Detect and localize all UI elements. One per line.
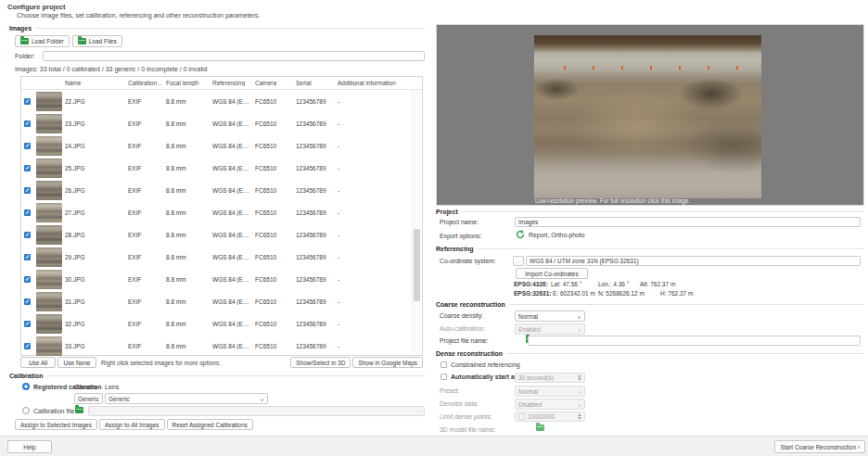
help-button[interactable]: Help (7, 440, 52, 453)
constrained-referencing-checkbox[interactable] (440, 361, 447, 368)
col-name[interactable]: Name (65, 80, 128, 86)
lens-select[interactable]: Generic∨ (105, 393, 268, 404)
stepper-arrows-icon[interactable] (578, 374, 581, 381)
col-calibration-type[interactable]: Calibration type (128, 80, 166, 86)
image-thumbnail[interactable] (36, 136, 62, 156)
row-checkbox[interactable]: ✓ (24, 298, 31, 305)
image-table-row[interactable]: ✓ 33.JPG EXIF 8.8 mm WGS 84 (EPSG... FC6… (21, 335, 422, 357)
footer-bar (0, 436, 868, 456)
browse-model-file-icon[interactable] (536, 424, 544, 431)
cell-calibration-type: EXIF (128, 187, 166, 194)
assign-all-button[interactable]: Assign to All Images (99, 419, 165, 430)
row-checkbox[interactable]: ✓ (24, 209, 31, 216)
image-thumbnail[interactable] (36, 314, 62, 334)
row-checkbox[interactable]: ✓ (24, 165, 31, 171)
col-additional-info[interactable]: Additional information (338, 80, 422, 86)
image-table-row[interactable]: ✓ 28.JPG EXIF 8.8 mm WGS 84 (EPSG... FC6… (21, 223, 422, 246)
image-table-row[interactable]: ✓ 23.JPG EXIF 8.8 mm WGS 84 (EPSG... FC6… (21, 112, 422, 134)
image-thumbnail[interactable] (36, 247, 62, 267)
image-table-row[interactable]: ✓ 26.JPG EXIF 8.8 mm WGS 84 (EPSG... FC6… (21, 179, 422, 201)
folder-path-input[interactable] (43, 51, 425, 61)
image-table-row[interactable]: ✓ 31.JPG EXIF 8.8 mm WGS 84 (EPSG... FC6… (21, 290, 422, 312)
folder-open-icon (78, 38, 86, 44)
cell-serial: 123456789 (296, 254, 338, 260)
autostart-checkbox[interactable] (440, 374, 447, 380)
preview-photo[interactable] (534, 35, 761, 198)
stepper-arrows-icon[interactable] (578, 413, 581, 420)
image-table-row[interactable]: ✓ 30.JPG EXIF 8.8 mm WGS 84 (EPSG... FC6… (21, 268, 422, 290)
calibration-file-radio[interactable] (22, 407, 30, 414)
cell-camera: FC6510 (255, 98, 296, 105)
coarse-density-select[interactable]: Normal∨ (515, 310, 585, 322)
image-thumbnail[interactable] (36, 158, 62, 178)
show-select-3d-button[interactable]: Show/Select in 3D (290, 357, 351, 368)
cell-name: 31.JPG (65, 298, 128, 305)
cell-name: 28.JPG (65, 232, 128, 238)
row-checkbox[interactable]: ✓ (24, 254, 31, 260)
cell-additional-info: - (338, 143, 422, 149)
image-table-row[interactable]: ✓ 29.JPG EXIF 8.8 mm WGS 84 (EPSG... FC6… (21, 246, 422, 268)
use-none-button[interactable]: Use None (57, 357, 96, 368)
export-options-value: Report, Ortho-photo (529, 232, 584, 238)
project-file-name-input[interactable] (528, 336, 861, 346)
coordinate-system-input[interactable]: WGS 84 / UTM zone 31N (EPSG:32631) (526, 256, 861, 266)
row-checkbox[interactable]: ✓ (24, 343, 31, 349)
load-folder-button[interactable]: Load Folder (15, 35, 70, 47)
image-thumbnail[interactable] (36, 203, 62, 222)
load-files-button[interactable]: Load Files (72, 35, 122, 47)
reset-calibrations-button[interactable]: Reset Assigned Calibrations (167, 419, 253, 430)
autostart-delay-stepper: 30 second(s) (515, 373, 585, 383)
image-thumbnail[interactable] (36, 181, 62, 200)
import-coordinates-button[interactable]: Import Co-ordinates (516, 268, 588, 279)
row-checkbox[interactable]: ✓ (24, 232, 31, 238)
image-thumbnail[interactable] (36, 225, 62, 245)
table-scrollbar[interactable] (412, 90, 421, 354)
cell-camera: FC6510 (255, 321, 296, 327)
row-checkbox[interactable]: ✓ (24, 276, 31, 283)
limit-dense-points-label: Limit dense points: (440, 413, 492, 420)
row-checkbox[interactable]: ✓ (24, 321, 31, 327)
cell-camera: FC6510 (255, 298, 296, 305)
row-checkbox[interactable]: ✓ (24, 143, 31, 149)
image-table-row[interactable]: ✓ 22.JPG EXIF 8.8 mm WGS 84 (EPSG... FC6… (21, 90, 422, 112)
coordinate-system-picker-button[interactable]: … (513, 256, 524, 266)
calibration-file-input[interactable] (88, 406, 425, 416)
registered-calibration-radio[interactable] (22, 383, 30, 390)
show-google-maps-button[interactable]: Show in Google Maps (352, 357, 423, 368)
referencing-section-title: Referencing (436, 246, 473, 252)
start-coarse-reconstruction-button[interactable]: Start Coarse Reconstruction › (774, 440, 865, 453)
page-subtitle: Choose image files, set calibration, ref… (17, 12, 260, 19)
project-name-input[interactable]: Images (515, 217, 861, 227)
cell-referencing: WGS 84 (EPSG... (212, 343, 255, 349)
browse-calibration-file-icon[interactable] (75, 407, 83, 413)
image-table-row[interactable]: ✓ 25.JPG EXIF 8.8 mm WGS 84 (EPSG... FC6… (21, 157, 422, 179)
project-section-header: Project (436, 209, 864, 215)
chevron-down-icon: ∨ (578, 388, 581, 394)
assign-selected-button[interactable]: Assign to Selected Images (15, 419, 97, 430)
use-all-button[interactable]: Use All (20, 357, 56, 368)
row-checkbox[interactable]: ✓ (24, 187, 31, 194)
image-table-row[interactable]: ✓ 27.JPG EXIF 8.8 mm WGS 84 (EPSG... FC6… (21, 201, 422, 223)
image-thumbnail[interactable] (36, 114, 62, 133)
image-thumbnail[interactable] (36, 92, 62, 111)
export-options-icon[interactable] (516, 230, 525, 239)
image-thumbnail[interactable] (36, 270, 62, 289)
col-referencing[interactable]: Referencing (212, 80, 255, 86)
col-camera[interactable]: Camera (255, 80, 296, 86)
image-table-row[interactable]: ✓ 32.JPG EXIF 8.8 mm WGS 84 (EPSG... FC6… (21, 312, 422, 335)
cell-calibration-type: EXIF (128, 321, 166, 327)
row-checkbox[interactable]: ✓ (24, 98, 31, 105)
model-file-name-label: 3D model file name: (440, 426, 495, 433)
row-checkbox[interactable]: ✓ (24, 120, 31, 127)
image-table-row[interactable]: ✓ 24.JPG EXIF 8.8 mm WGS 84 (EPSG... FC6… (21, 134, 422, 157)
image-thumbnail[interactable] (36, 292, 62, 311)
table-scrollbar-thumb[interactable] (414, 229, 420, 301)
cell-calibration-type: EXIF (128, 298, 166, 305)
limit-dense-points-checkbox[interactable] (518, 413, 525, 420)
col-focal-length[interactable]: Focal length (166, 80, 212, 86)
col-serial[interactable]: Serial (296, 80, 338, 86)
coarse-density-label: Coarse density: (440, 312, 483, 319)
image-preview-panel[interactable]: Low-resolution preview. For full resolut… (436, 24, 864, 206)
camera-select[interactable]: Generic∨ (74, 393, 103, 404)
image-thumbnail[interactable] (36, 336, 62, 356)
